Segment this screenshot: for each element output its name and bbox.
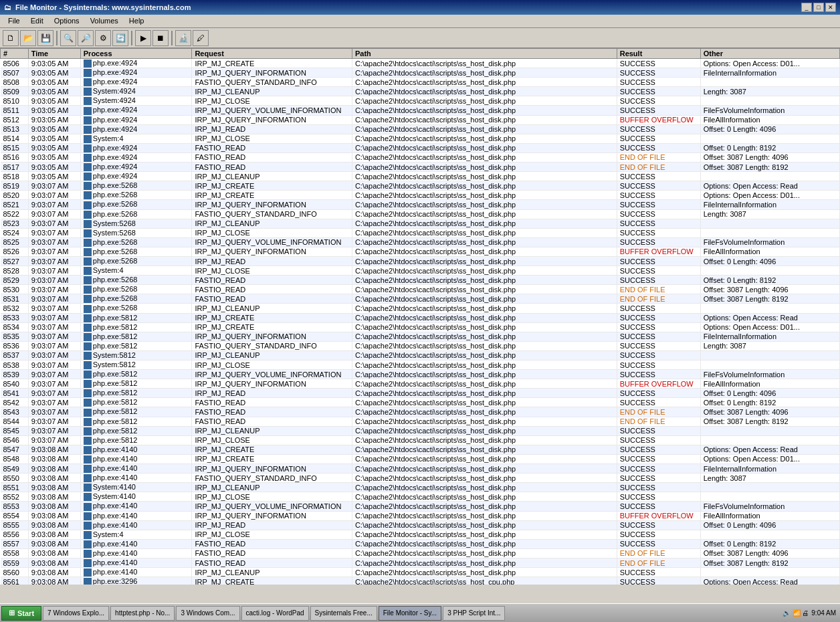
table-cell: FileInternalInformation — [700, 464, 839, 474]
menu-edit[interactable]: Edit — [25, 16, 49, 26]
table-cell: 8529 — [1, 276, 29, 285]
toolbar-new[interactable]: 🗋 — [3, 30, 19, 46]
table-row[interactable]: 85529:03:08 AMSystem:4140IRP_MJ_CLOSEC:\… — [1, 492, 840, 502]
table-cell: 8532 — [1, 304, 29, 313]
table-row[interactable]: 85269:03:07 AMphp.exe:5268IRP_MJ_QUERY_I… — [1, 247, 840, 256]
process-icon — [84, 522, 92, 530]
table-row[interactable]: 85419:03:07 AMphp.exe:5812IRP_MJ_READC:\… — [1, 389, 840, 398]
table-row[interactable]: 85509:03:08 AMphp.exe:4140FASTIO_QUERY_S… — [1, 474, 840, 483]
table-row[interactable]: 85209:03:07 AMphp.exe:5268IRP_MJ_CREATEC… — [1, 191, 840, 200]
col-header-process[interactable]: Process — [80, 49, 192, 59]
table-cell: IRP_MJ_QUERY_VOLUME_INFORMATION — [192, 502, 352, 511]
toolbar-filter[interactable]: 🔬 — [175, 30, 191, 46]
menu-volumes[interactable]: Volumes — [85, 16, 124, 26]
table-row[interactable]: 85519:03:08 AMSystem:4140IRP_MJ_CLEANUPC… — [1, 483, 840, 492]
table-row[interactable]: 85099:03:05 AMSystem:4924IRP_MJ_CLEANUPC… — [1, 87, 840, 96]
table-row[interactable]: 85279:03:07 AMphp.exe:5268IRP_MJ_READC:\… — [1, 256, 840, 266]
col-header-path[interactable]: Path — [352, 49, 617, 59]
table-row[interactable]: 85579:03:08 AMphp.exe:4140FASTIO_READC:\… — [1, 539, 840, 548]
table-row[interactable]: 85189:03:05 AMphp.exe:4924IRP_MJ_CLEANUP… — [1, 172, 840, 181]
toolbar-search[interactable]: 🔍 — [60, 30, 76, 46]
col-header-request[interactable]: Request — [192, 49, 352, 59]
toolbar-open[interactable]: 📂 — [20, 30, 36, 46]
table-row[interactable]: 85069:03:05 AMphp.exe:4924IRP_MJ_CREATEC… — [1, 59, 840, 68]
table-row[interactable]: 85429:03:07 AMphp.exe:5812FASTIO_READC:\… — [1, 398, 840, 407]
table-row[interactable]: 85569:03:08 AMSystem:4IRP_MJ_CLOSEC:\apa… — [1, 530, 840, 539]
table-row[interactable]: 85589:03:08 AMphp.exe:4140FASTIO_READC:\… — [1, 548, 840, 558]
table-row[interactable]: 85149:03:05 AMSystem:4IRP_MJ_CLOSEC:\apa… — [1, 134, 840, 143]
table-row[interactable]: 85499:03:08 AMphp.exe:4140IRP_MJ_QUERY_I… — [1, 464, 840, 474]
table-row[interactable]: 85349:03:07 AMphp.exe:5812IRP_MJ_CREATEC… — [1, 322, 840, 332]
toolbar-settings[interactable]: ⚙ — [95, 30, 111, 46]
table-cell: Options: Open Access: D01... — [700, 59, 839, 68]
table-row[interactable]: 85289:03:07 AMSystem:4IRP_MJ_CLOSEC:\apa… — [1, 266, 840, 276]
table-row[interactable]: 85439:03:07 AMphp.exe:5812FASTIO_READC:\… — [1, 407, 840, 417]
table-row[interactable]: 85159:03:05 AMphp.exe:4924FASTIO_READC:\… — [1, 143, 840, 152]
table-row[interactable]: 85549:03:08 AMphp.exe:4140IRP_MJ_QUERY_I… — [1, 511, 840, 520]
col-header-result[interactable]: Result — [617, 49, 700, 59]
table-cell: 9:03:07 AM — [28, 370, 80, 379]
table-row[interactable]: 85449:03:07 AMphp.exe:5812FASTIO_READC:\… — [1, 417, 840, 426]
table-row[interactable]: 85109:03:05 AMSystem:4924IRP_MJ_CLOSEC:\… — [1, 96, 840, 106]
toolbar-refresh[interactable]: 🔄 — [112, 30, 128, 46]
table-row[interactable]: 85469:03:07 AMphp.exe:5812IRP_MJ_CLOSEC:… — [1, 435, 840, 445]
menu-options[interactable]: Options — [49, 16, 85, 26]
menu-help[interactable]: Help — [124, 16, 150, 26]
toolbar-stop[interactable]: ⏹ — [152, 30, 169, 46]
col-header-time[interactable]: Time — [28, 49, 80, 59]
close-button[interactable]: ✕ — [825, 3, 836, 12]
table-row[interactable]: 85539:03:08 AMphp.exe:4140IRP_MJ_QUERY_V… — [1, 502, 840, 511]
table-cell: 9:03:08 AM — [28, 548, 80, 558]
table-row[interactable]: 85489:03:08 AMphp.exe:4140IRP_MJ_CREATEC… — [1, 454, 840, 463]
table-row[interactable]: 85219:03:07 AMphp.exe:5268IRP_MJ_QUERY_I… — [1, 200, 840, 209]
table-row[interactable]: 85399:03:07 AMphp.exe:5812IRP_MJ_QUERY_V… — [1, 370, 840, 379]
table-row[interactable]: 85299:03:07 AMphp.exe:5268FASTIO_READC:\… — [1, 276, 840, 285]
table-cell: 8511 — [1, 106, 29, 115]
process-icon — [84, 211, 92, 219]
table-row[interactable]: 85359:03:07 AMphp.exe:5812IRP_MJ_QUERY_I… — [1, 332, 840, 341]
menu-file[interactable]: File — [3, 16, 25, 26]
table-row[interactable]: 85239:03:07 AMSystem:5268IRP_MJ_CLEANUPC… — [1, 219, 840, 228]
table-row[interactable]: 85179:03:05 AMphp.exe:4924FASTIO_READC:\… — [1, 163, 840, 172]
table-row[interactable]: 85609:03:08 AMphp.exe:4140IRP_MJ_CLEANUP… — [1, 568, 840, 577]
table-cell: C:\apache2\htdocs\cacti\scripts\ss_host_… — [352, 379, 617, 389]
table-row[interactable]: 85379:03:07 AMSystem:5812IRP_MJ_CLEANUPC… — [1, 350, 840, 360]
toolbar-highlight[interactable]: 🖊 — [193, 30, 209, 46]
table-row[interactable]: 85369:03:07 AMphp.exe:5812FASTIO_QUERY_S… — [1, 341, 840, 350]
minimize-button[interactable]: _ — [801, 3, 812, 12]
table-row[interactable]: 85329:03:07 AMphp.exe:5268IRP_MJ_CLEANUP… — [1, 304, 840, 313]
table-row[interactable]: 85259:03:07 AMphp.exe:5268IRP_MJ_QUERY_V… — [1, 237, 840, 247]
table-row[interactable]: 85319:03:07 AMphp.exe:5268FASTIO_READC:\… — [1, 294, 840, 304]
table-row[interactable]: 85559:03:08 AMphp.exe:4140IRP_MJ_READC:\… — [1, 520, 840, 530]
table-row[interactable]: 85129:03:05 AMphp.exe:4924IRP_MJ_QUERY_I… — [1, 115, 840, 124]
table-row[interactable]: 85139:03:05 AMphp.exe:4924IRP_MJ_READC:\… — [1, 124, 840, 134]
table-row[interactable]: 85169:03:05 AMphp.exe:4924FASTIO_READC:\… — [1, 152, 840, 162]
table-row[interactable]: 85599:03:08 AMphp.exe:4140FASTIO_READC:\… — [1, 558, 840, 567]
table-row[interactable]: 85409:03:07 AMphp.exe:5812IRP_MJ_QUERY_I… — [1, 379, 840, 389]
maximize-button[interactable]: □ — [813, 3, 824, 12]
table-row[interactable]: 85249:03:07 AMSystem:5268IRP_MJ_CLOSEC:\… — [1, 228, 840, 237]
table-row[interactable]: 85119:03:05 AMphp.exe:4924IRP_MJ_QUERY_V… — [1, 106, 840, 115]
table-row[interactable]: 85619:03:08 AMphp.exe:3296IRP_MJ_CREATEC… — [1, 577, 840, 585]
col-header-num[interactable]: # — [1, 49, 29, 59]
table-container[interactable]: # Time Process Request Path Result Other… — [0, 48, 840, 585]
table-cell: 9:03:05 AM — [28, 124, 80, 134]
table-row[interactable]: 85079:03:05 AMphp.exe:4924IRP_MJ_QUERY_I… — [1, 68, 840, 78]
table-cell: System:5268 — [80, 219, 192, 228]
table-row[interactable]: 85479:03:08 AMphp.exe:4140IRP_MJ_CREATEC… — [1, 445, 840, 454]
col-header-other[interactable]: Other — [700, 49, 839, 59]
table-cell: 8561 — [1, 577, 29, 585]
toolbar-save[interactable]: 💾 — [37, 30, 54, 46]
table-row[interactable]: 85229:03:07 AMphp.exe:5268FASTIO_QUERY_S… — [1, 209, 840, 219]
toolbar-capture[interactable]: ▶ — [135, 30, 151, 46]
table-cell: SUCCESS — [617, 87, 700, 96]
table-row[interactable]: 85199:03:07 AMphp.exe:5268IRP_MJ_CREATEC… — [1, 181, 840, 191]
toolbar-find-next[interactable]: 🔎 — [78, 30, 94, 46]
table-row[interactable]: 85339:03:07 AMphp.exe:5812IRP_MJ_CREATEC… — [1, 313, 840, 322]
table-row[interactable]: 85459:03:07 AMphp.exe:5812IRP_MJ_CLEANUP… — [1, 426, 840, 435]
table-row[interactable]: 85389:03:07 AMSystem:5812IRP_MJ_CLOSEC:\… — [1, 360, 840, 370]
table-row[interactable]: 85089:03:05 AMphp.exe:4924FASTIO_QUERY_S… — [1, 78, 840, 87]
table-cell: FileFsVolumeInformation — [700, 237, 839, 247]
table-cell: php.exe:5812 — [80, 435, 192, 445]
table-row[interactable]: 85309:03:07 AMphp.exe:5268FASTIO_READC:\… — [1, 285, 840, 294]
